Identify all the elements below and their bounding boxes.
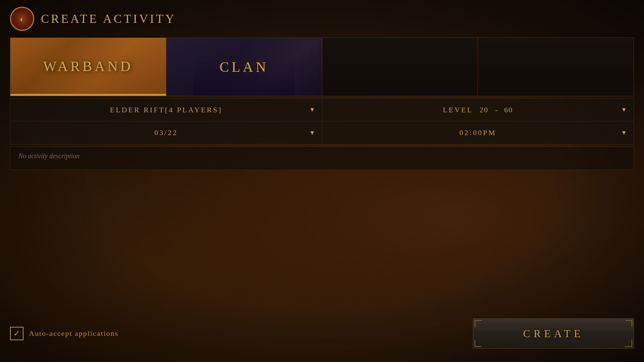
page-title: CREATE ACTIVITY xyxy=(41,12,176,26)
level-min: 20 xyxy=(480,106,488,114)
date-value: 03/22 xyxy=(154,128,178,137)
auto-accept-checkbox[interactable]: ✓ xyxy=(10,327,23,340)
controls-section: ELDER RIFT[4 PLAYERS] ▼ LEVEL 20 - 60 ▼ … xyxy=(10,98,634,144)
back-button[interactable]: ‹ xyxy=(10,7,34,31)
controls-row-1: ELDER RIFT[4 PLAYERS] ▼ LEVEL 20 - 60 ▼ xyxy=(10,99,634,121)
tab-empty-1[interactable] xyxy=(322,38,478,96)
activity-type-value: ELDER RIFT[4 PLAYERS] xyxy=(110,106,222,114)
level-range-arrow: ▼ xyxy=(621,106,627,113)
time-value: 02:00PM xyxy=(460,128,496,137)
corner-decoration-tr xyxy=(626,320,632,327)
date-dropdown[interactable]: 03/22 ▼ xyxy=(10,121,322,144)
activity-type-dropdown[interactable]: ELDER RIFT[4 PLAYERS] ▼ xyxy=(10,99,322,121)
bottom-bar: ✓ Auto-accept applications CREATE xyxy=(10,318,634,349)
auto-accept-container[interactable]: ✓ Auto-accept applications xyxy=(10,327,118,340)
tab-warband[interactable]: WARBAND xyxy=(10,38,166,96)
corner-decoration-bl xyxy=(475,340,481,347)
auto-accept-label: Auto-accept applications xyxy=(29,329,118,338)
activity-type-arrow: ▼ xyxy=(309,106,315,113)
level-range-dropdown[interactable]: LEVEL 20 - 60 ▼ xyxy=(322,99,634,121)
level-max: 60 xyxy=(504,106,513,114)
create-label: CREATE xyxy=(523,327,584,340)
time-dropdown[interactable]: 02:00PM ▼ xyxy=(322,121,634,144)
description-placeholder: No activity description xyxy=(18,152,79,160)
checkbox-check-icon: ✓ xyxy=(13,329,20,338)
create-button[interactable]: CREATE xyxy=(473,318,634,349)
controls-row-2: 03/22 ▼ 02:00PM ▼ xyxy=(10,121,634,144)
tab-warband-label: WARBAND xyxy=(43,58,133,74)
tab-strip: WARBAND CLAN xyxy=(10,38,634,96)
tab-clan[interactable]: CLAN xyxy=(166,38,322,96)
level-label: LEVEL xyxy=(443,106,473,114)
description-box[interactable]: No activity description xyxy=(10,146,634,170)
back-arrow-icon: ‹ xyxy=(20,14,23,23)
date-arrow: ▼ xyxy=(309,129,315,136)
tab-empty-2[interactable] xyxy=(478,38,634,96)
time-arrow: ▼ xyxy=(621,129,627,136)
level-range-container: LEVEL 20 - 60 xyxy=(443,106,513,114)
page-header: ‹ CREATE ACTIVITY xyxy=(10,7,634,31)
tab-active-indicator xyxy=(10,94,166,95)
level-separator: - xyxy=(495,106,497,114)
tab-clan-label: CLAN xyxy=(219,59,268,75)
